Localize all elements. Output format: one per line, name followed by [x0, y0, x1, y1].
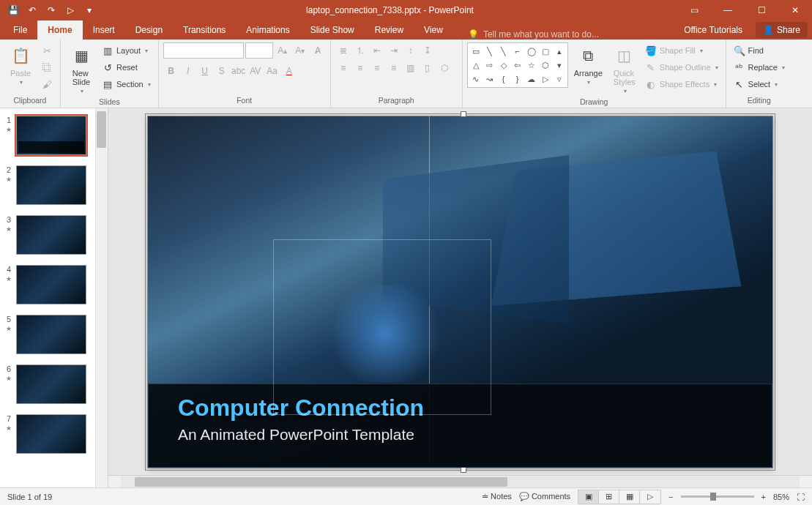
- smartart-button[interactable]: ⬡: [436, 60, 452, 76]
- share-button[interactable]: 👤Share: [756, 22, 808, 38]
- replace-button[interactable]: ᵃᵇReplace▾: [731, 59, 788, 75]
- slide-thumbnail-5[interactable]: 5★: [0, 312, 108, 362]
- shape-callout-icon[interactable]: ☁: [525, 72, 538, 86]
- slide-thumbnail-3[interactable]: 3★: [0, 212, 108, 262]
- start-slideshow-button[interactable]: ▷: [62, 1, 79, 19]
- save-button[interactable]: 💾: [4, 1, 22, 19]
- gallery-down-icon[interactable]: ▾: [553, 59, 566, 72]
- tab-design[interactable]: Design: [125, 20, 173, 40]
- tab-slideshow[interactable]: Slide Show: [300, 20, 365, 40]
- shape-brace2-icon[interactable]: }: [511, 72, 524, 86]
- font-color-button[interactable]: A: [281, 63, 297, 79]
- slide-subtitle-text[interactable]: An Animated PowerPoint Template: [178, 426, 742, 444]
- shape-diamond-icon[interactable]: ◇: [497, 59, 510, 72]
- office-tutorials-link[interactable]: Office Tutorials: [674, 20, 753, 40]
- shape-line-icon[interactable]: ╲: [483, 45, 496, 58]
- slide-canvas-area[interactable]: Computer Connection An Animated PowerPoi…: [108, 108, 812, 475]
- shape-line2-icon[interactable]: ╲: [497, 45, 510, 58]
- font-size-combo[interactable]: [245, 42, 273, 59]
- horizontal-scroll-thumb[interactable]: [135, 477, 508, 487]
- strikethrough-button[interactable]: S: [214, 63, 230, 79]
- shape-triangle-icon[interactable]: △: [469, 59, 483, 72]
- quick-styles-button[interactable]: ◫ Quick Styles▾: [608, 42, 641, 96]
- fit-to-window-button[interactable]: ⛶: [797, 493, 805, 501]
- increase-font-button[interactable]: A▴: [275, 42, 291, 59]
- paste-button[interactable]: 📋 Paste▾: [4, 42, 37, 87]
- shapes-gallery[interactable]: ▭ ╲ ╲ ⌐ ◯ ▢ ▴ △ ⇨ ◇ ⇦ ☆ ⬡ ▾ ∿ ↝ { } ☁ ▷: [467, 42, 568, 88]
- shape-square-icon[interactable]: ▢: [539, 45, 552, 58]
- comments-button[interactable]: 💬 Comments: [519, 492, 570, 501]
- font-family-combo[interactable]: [163, 42, 244, 59]
- shape-hex-icon[interactable]: ⬡: [539, 59, 552, 72]
- gallery-more-icon[interactable]: ▿: [553, 72, 566, 86]
- bold-button[interactable]: B: [163, 63, 179, 79]
- minimize-button[interactable]: —: [711, 0, 745, 20]
- slide-thumbnail-2[interactable]: 2★: [0, 162, 108, 212]
- ribbon-options-button[interactable]: ▭: [677, 0, 711, 20]
- reset-button[interactable]: ↺Reset: [99, 59, 154, 75]
- align-right-button[interactable]: ≡: [369, 60, 385, 76]
- close-button[interactable]: ✕: [778, 0, 812, 20]
- slide-title-text[interactable]: Computer Connection: [178, 394, 742, 422]
- align-text-button[interactable]: ▯: [420, 60, 436, 76]
- redo-button[interactable]: ↷: [42, 1, 60, 19]
- zoom-slider[interactable]: [681, 495, 754, 498]
- align-left-button[interactable]: ≡: [335, 60, 351, 76]
- format-painter-button[interactable]: 🖌: [38, 76, 56, 92]
- shape-connector-icon[interactable]: ⌐: [511, 45, 524, 58]
- zoom-handle[interactable]: [710, 493, 716, 501]
- shape-brace-icon[interactable]: {: [497, 72, 510, 86]
- justify-button[interactable]: ≡: [386, 60, 402, 76]
- slide-thumbnail-4[interactable]: 4★: [0, 262, 108, 312]
- copy-button[interactable]: ⿻: [38, 59, 56, 75]
- tell-me-search[interactable]: 💡 Tell me what you want to do...: [453, 29, 674, 40]
- arrange-button[interactable]: ⧉ Arrange▾: [570, 42, 607, 87]
- normal-view-button[interactable]: ▣: [578, 490, 599, 504]
- section-button[interactable]: ▤Section▾: [99, 76, 154, 92]
- thumbnails-scroll-thumb[interactable]: [97, 111, 106, 148]
- select-button[interactable]: ↖Select▾: [731, 76, 788, 92]
- shape-oval-icon[interactable]: ◯: [525, 45, 538, 58]
- shape-curve-icon[interactable]: ∿: [469, 72, 483, 86]
- qat-customize-button[interactable]: ▾: [81, 1, 98, 19]
- increase-indent-button[interactable]: ⇥: [386, 42, 402, 59]
- maximize-button[interactable]: ☐: [745, 0, 778, 20]
- bullets-button[interactable]: ≣: [335, 42, 351, 59]
- reading-view-button[interactable]: ▦: [619, 490, 640, 504]
- slide-canvas[interactable]: Computer Connection An Animated PowerPoi…: [148, 116, 772, 468]
- numbering-button[interactable]: ⒈: [352, 42, 368, 59]
- layout-button[interactable]: ▥Layout▾: [99, 42, 154, 59]
- shape-action-icon[interactable]: ▷: [539, 72, 552, 86]
- tab-review[interactable]: Review: [365, 20, 414, 40]
- zoom-level[interactable]: 85%: [773, 493, 789, 501]
- text-direction-button[interactable]: ↧: [420, 42, 436, 59]
- tab-file[interactable]: File: [3, 20, 37, 40]
- shape-freeform-icon[interactable]: ↝: [483, 72, 496, 86]
- slide-thumbnail-1[interactable]: 1★: [0, 113, 108, 162]
- shadow-button[interactable]: abc: [231, 63, 247, 79]
- undo-button[interactable]: ↶: [23, 1, 41, 19]
- shape-arrow2-icon[interactable]: ⇦: [511, 59, 524, 72]
- shape-effects-button[interactable]: ◐Shape Effects▾: [642, 76, 721, 92]
- notes-button[interactable]: ≐ Notes: [482, 492, 512, 501]
- align-center-button[interactable]: ≡: [352, 60, 368, 76]
- shape-star-icon[interactable]: ☆: [525, 59, 538, 72]
- slide-thumbnail-7[interactable]: 7★: [0, 411, 108, 461]
- thumbnails-scrollbar[interactable]: [95, 108, 108, 487]
- shape-arrow-icon[interactable]: ⇨: [483, 59, 496, 72]
- new-slide-button[interactable]: ▦ New Slide▾: [65, 42, 97, 96]
- shape-fill-button[interactable]: 🪣Shape Fill▾: [642, 42, 721, 59]
- decrease-font-button[interactable]: A▾: [292, 42, 308, 59]
- find-button[interactable]: 🔍Find: [731, 42, 788, 59]
- tab-insert[interactable]: Insert: [83, 20, 125, 40]
- tab-transitions[interactable]: Transitions: [173, 20, 236, 40]
- zoom-in-button[interactable]: +: [761, 493, 766, 501]
- shape-outline-button[interactable]: ✎Shape Outline▾: [642, 59, 721, 75]
- sorter-view-button[interactable]: ⊞: [599, 490, 619, 504]
- clear-formatting-button[interactable]: A̷: [310, 42, 326, 59]
- gallery-up-icon[interactable]: ▴: [553, 45, 566, 58]
- shape-rectangle-icon[interactable]: ▭: [469, 45, 483, 58]
- tab-home[interactable]: Home: [37, 20, 82, 40]
- horizontal-scrollbar[interactable]: [108, 475, 812, 487]
- slide-title-box[interactable]: Computer Connection An Animated PowerPoi…: [148, 384, 772, 468]
